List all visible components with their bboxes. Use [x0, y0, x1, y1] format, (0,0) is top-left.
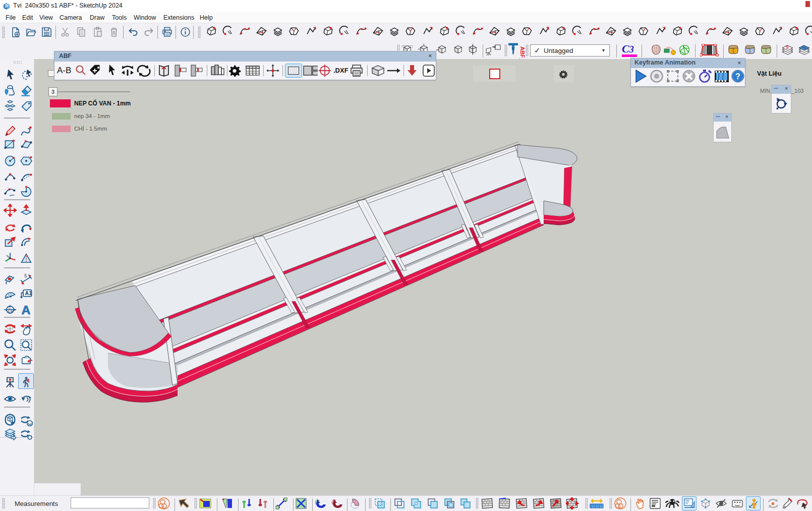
svg-text:5: 5 [24, 273, 27, 278]
svg-text:?: ? [735, 72, 740, 81]
svg-text:A: A [22, 303, 31, 316]
svg-text:S: S [786, 45, 789, 50]
svg-text:A-B: A-B [8, 310, 13, 313]
svg-text:A1: A1 [25, 290, 32, 296]
svg-text:C: C [9, 306, 11, 310]
